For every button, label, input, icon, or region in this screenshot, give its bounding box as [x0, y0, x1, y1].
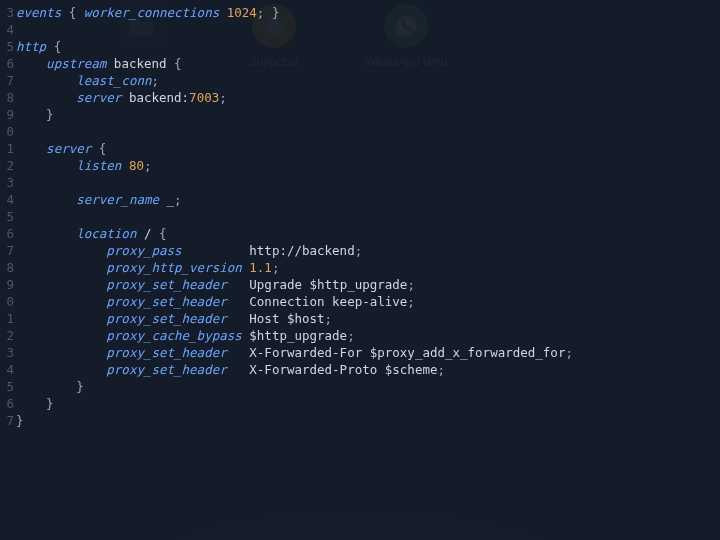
code-line[interactable]: upstream backend { [16, 55, 720, 72]
line-number: 1 [6, 310, 14, 327]
line-number: 3 [6, 4, 14, 21]
code-line[interactable] [16, 208, 720, 225]
line-number-gutter: 3456789012345678901234567 [0, 4, 16, 540]
line-number: 7 [6, 412, 14, 429]
code-line[interactable]: } [16, 412, 720, 429]
line-number: 4 [6, 191, 14, 208]
code-editor[interactable]: 3456789012345678901234567 events { worke… [0, 0, 720, 540]
code-line[interactable]: server backend:7003; [16, 89, 720, 106]
code-line[interactable]: http { [16, 38, 720, 55]
line-number: 8 [6, 89, 14, 106]
line-number: 3 [6, 174, 14, 191]
line-number: 2 [6, 327, 14, 344]
code-line[interactable] [16, 174, 720, 191]
line-number: 7 [6, 242, 14, 259]
line-number: 5 [6, 208, 14, 225]
code-line[interactable]: proxy_set_header Connection keep-alive; [16, 293, 720, 310]
code-line[interactable] [16, 123, 720, 140]
code-line[interactable]: proxy_set_header X-Forwarded-Proto $sche… [16, 361, 720, 378]
line-number: 8 [6, 259, 14, 276]
line-number: 6 [6, 55, 14, 72]
code-line[interactable]: server_name _; [16, 191, 720, 208]
code-line[interactable] [16, 21, 720, 38]
line-number: 0 [6, 293, 14, 310]
code-line[interactable]: proxy_set_header X-Forwarded-For $proxy_… [16, 344, 720, 361]
code-area[interactable]: events { worker_connections 1024; }http … [16, 4, 720, 540]
line-number: 5 [6, 38, 14, 55]
line-number: 6 [6, 395, 14, 412]
line-number: 4 [6, 21, 14, 38]
code-line[interactable]: proxy_set_header Upgrade $http_upgrade; [16, 276, 720, 293]
code-line[interactable]: least_conn; [16, 72, 720, 89]
code-line[interactable]: } [16, 395, 720, 412]
line-number: 3 [6, 344, 14, 361]
code-line[interactable]: proxy_set_header Host $host; [16, 310, 720, 327]
line-number: 4 [6, 361, 14, 378]
line-number: 9 [6, 276, 14, 293]
line-number: 1 [6, 140, 14, 157]
code-line[interactable]: } [16, 106, 720, 123]
line-number: 7 [6, 72, 14, 89]
code-line[interactable]: location / { [16, 225, 720, 242]
line-number: 0 [6, 123, 14, 140]
code-line[interactable]: listen 80; [16, 157, 720, 174]
line-number: 5 [6, 378, 14, 395]
code-line[interactable]: proxy_cache_bypass $http_upgrade; [16, 327, 720, 344]
code-line[interactable]: } [16, 378, 720, 395]
line-number: 2 [6, 157, 14, 174]
code-line[interactable]: server { [16, 140, 720, 157]
code-line[interactable]: proxy_pass http://backend; [16, 242, 720, 259]
line-number: 6 [6, 225, 14, 242]
code-line[interactable]: proxy_http_version 1.1; [16, 259, 720, 276]
code-line[interactable]: events { worker_connections 1024; } [16, 4, 720, 21]
line-number: 9 [6, 106, 14, 123]
